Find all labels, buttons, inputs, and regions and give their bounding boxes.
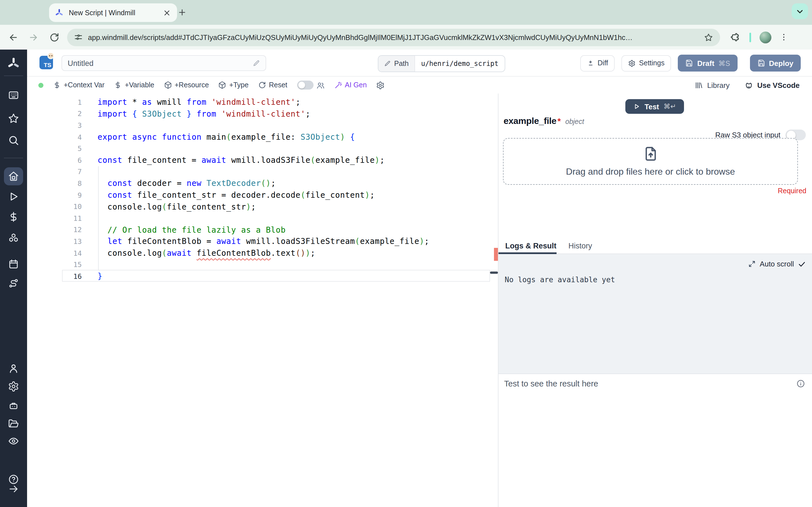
browser-menu-icon[interactable] xyxy=(779,33,788,42)
tab-search-button[interactable] xyxy=(792,3,808,19)
code-line-6[interactable]: 6const file_content = await wmill.loadS3… xyxy=(27,154,498,166)
forward-button[interactable] xyxy=(28,32,39,43)
code-line-13[interactable]: 13 let fileContentBlob = await wmill.loa… xyxy=(27,235,498,247)
sidebar-item-flows[interactable] xyxy=(0,278,27,289)
code-text: let fileContentBlob = await wmill.loadS3… xyxy=(98,237,429,246)
ai-gen-button[interactable]: AI Gen xyxy=(334,81,367,89)
script-path-control[interactable]: Path u/henri/demo_script xyxy=(378,55,505,72)
code-line-11[interactable]: 11 xyxy=(27,212,498,224)
bookmark-icon[interactable] xyxy=(704,33,713,42)
bun-runtime-badge xyxy=(47,52,54,59)
sidebar-item-home[interactable] xyxy=(0,171,27,182)
edit-title-icon[interactable] xyxy=(253,59,260,67)
code-line-15[interactable]: 15 xyxy=(27,259,498,270)
add-variable-button[interactable]: +Variable xyxy=(114,81,154,89)
sidebar-item-resources[interactable] xyxy=(0,233,27,244)
back-button[interactable] xyxy=(8,32,18,43)
draft-button[interactable]: Draft ⌘S xyxy=(678,55,737,71)
windmill-app: TS Untitled Path u/henri/demo_script Dif… xyxy=(0,50,812,507)
line-number: 15 xyxy=(27,260,82,269)
editor-settings-icon[interactable] xyxy=(376,81,385,89)
deploy-button[interactable]: Deploy xyxy=(750,55,801,71)
windmill-favicon xyxy=(55,8,64,17)
add-context-var-button[interactable]: +Context Var xyxy=(53,81,105,89)
line-number: 13 xyxy=(27,237,82,245)
sidebar-item-folders[interactable] xyxy=(0,418,27,429)
test-shortcut: ⌘↵ xyxy=(664,103,676,110)
code-line-16[interactable]: 16} xyxy=(27,270,498,282)
argument-type: object xyxy=(565,118,584,126)
wand-icon xyxy=(334,81,342,89)
reset-button[interactable]: Reset xyxy=(258,81,287,89)
sidebar-divider xyxy=(4,75,23,76)
line-number: 7 xyxy=(27,168,82,176)
code-text: import { S3Object } from 'windmill-clien… xyxy=(98,109,310,118)
code-line-8[interactable]: 8 const decoder = new TextDecoder(); xyxy=(27,177,498,189)
code-line-10[interactable]: 10 console.log(file_content_str); xyxy=(27,201,498,212)
sidebar-item-audit-logs[interactable] xyxy=(0,436,27,447)
sidebar-item-runs[interactable] xyxy=(0,191,27,202)
sidebar-item-favorites[interactable] xyxy=(0,113,27,124)
tab-logs-result[interactable]: Logs & Result xyxy=(505,242,557,250)
add-type-button[interactable]: +Type xyxy=(218,81,249,89)
test-button[interactable]: Test ⌘↵ xyxy=(625,99,684,114)
line-number: 9 xyxy=(27,191,82,199)
required-asterisk: * xyxy=(557,116,561,126)
add-resource-button[interactable]: +Resource xyxy=(164,81,209,89)
editor-scrollbar-thumb[interactable] xyxy=(490,272,498,274)
line-number: 12 xyxy=(27,226,82,234)
sidebar-item-settings[interactable] xyxy=(0,381,27,392)
code-editor[interactable]: 1import * as wmill from 'windmill-client… xyxy=(27,94,498,507)
code-line-9[interactable]: 9 const file_content_str = decoder.decod… xyxy=(27,189,498,201)
code-line-1[interactable]: 1import * as wmill from 'windmill-client… xyxy=(27,96,498,108)
tab-close-icon[interactable] xyxy=(162,8,171,17)
expand-icon[interactable] xyxy=(749,260,756,268)
sidebar-item-variables[interactable] xyxy=(0,211,27,223)
code-text: console.log(file_content_str); xyxy=(98,202,256,211)
toggle-off[interactable] xyxy=(297,80,313,90)
diff-button[interactable]: Diff xyxy=(580,55,615,71)
file-dropzone[interactable]: Drag and drop files here or click to bro… xyxy=(503,138,798,185)
use-vscode-button[interactable]: Use VScode xyxy=(744,80,800,90)
path-value: u/henri/demo_script xyxy=(415,56,505,71)
new-tab-button[interactable] xyxy=(176,6,188,18)
tab-history[interactable]: History xyxy=(568,242,592,250)
address-bar[interactable]: app.windmill.dev/scripts/add#JTdCJTIyaGF… xyxy=(67,29,720,46)
browser-tab[interactable]: New Script | Windmill xyxy=(49,3,177,22)
save-icon xyxy=(686,59,693,67)
code-line-12[interactable]: 12 // Or load the file lazily as a Blob xyxy=(27,224,498,235)
settings-button[interactable]: Settings xyxy=(622,55,671,71)
code-line-3[interactable]: 3 xyxy=(27,119,498,131)
code-text: const file_content = await wmill.loadS3F… xyxy=(98,156,385,165)
code-line-2[interactable]: 2import { S3Object } from 'windmill-clie… xyxy=(27,108,498,119)
library-button[interactable]: Library xyxy=(695,81,730,89)
auto-scroll-control[interactable]: Auto scroll xyxy=(749,260,806,268)
sidebar-item-schedules[interactable] xyxy=(0,259,27,270)
script-title-input[interactable]: Untitled xyxy=(61,55,266,71)
code-text: const file_content_str = decoder.decode(… xyxy=(98,190,375,200)
sidebar-item-user[interactable] xyxy=(0,363,27,374)
multiplayer-toggle[interactable] xyxy=(297,80,324,90)
sidebar-item-expand[interactable] xyxy=(0,483,27,495)
code-text: export async function main(example_file:… xyxy=(98,132,355,142)
sidebar-item-apps[interactable] xyxy=(0,90,27,101)
sidebar-item-workers[interactable] xyxy=(0,400,27,411)
browser-profile-avatar[interactable] xyxy=(760,31,771,43)
info-icon[interactable] xyxy=(796,379,805,388)
reload-button[interactable] xyxy=(49,32,60,43)
code-line-4[interactable]: 4export async function main(example_file… xyxy=(27,131,498,143)
dollar-icon xyxy=(53,81,61,89)
panel-tabs: Logs & Result History xyxy=(499,238,812,254)
edit-path-icon xyxy=(384,60,391,67)
settings-icon xyxy=(8,381,19,392)
code-text: // Or load the file lazily as a Blob xyxy=(98,225,286,234)
code-line-14[interactable]: 14 console.log(await fileContentBlob.tex… xyxy=(27,247,498,259)
schedules-icon xyxy=(8,259,19,270)
code-line-7[interactable]: 7 xyxy=(27,166,498,177)
collapse-icon xyxy=(8,483,19,495)
site-settings-icon[interactable] xyxy=(74,33,83,42)
extensions-icon[interactable] xyxy=(730,32,740,42)
chevron-down-icon xyxy=(796,7,804,15)
sidebar-item-search[interactable] xyxy=(0,135,27,146)
code-line-5[interactable]: 5 xyxy=(27,143,498,154)
